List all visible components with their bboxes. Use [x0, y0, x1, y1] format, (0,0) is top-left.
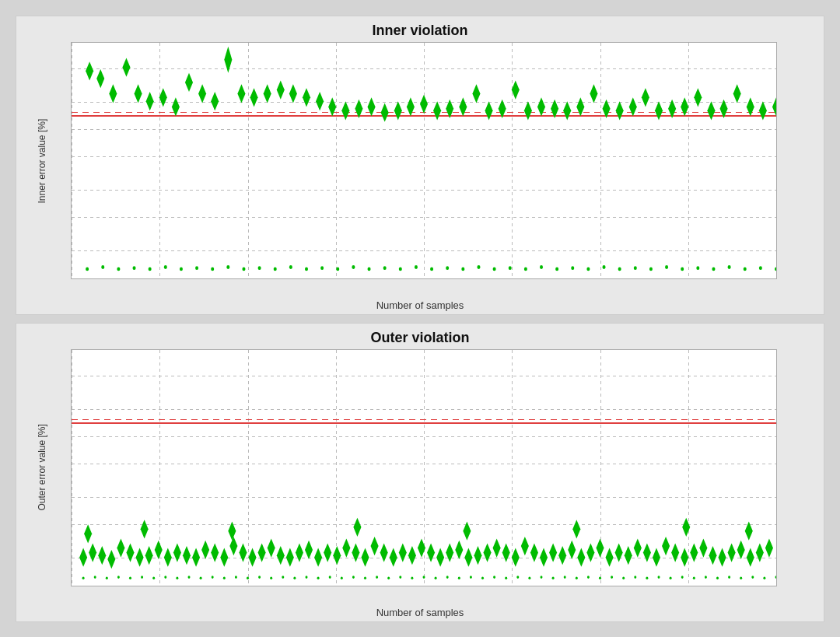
svg-marker-7 [172, 97, 180, 116]
svg-point-194 [235, 576, 237, 579]
svg-point-97 [759, 266, 762, 270]
svg-point-190 [187, 576, 190, 579]
svg-marker-115 [229, 536, 237, 555]
svg-marker-138 [446, 543, 453, 562]
svg-marker-25 [407, 97, 415, 116]
svg-point-195 [247, 576, 249, 579]
svg-point-196 [258, 576, 261, 579]
svg-marker-46 [681, 97, 688, 116]
svg-marker-103 [117, 538, 124, 557]
svg-marker-178 [572, 520, 580, 538]
svg-marker-24 [394, 101, 402, 120]
svg-marker-142 [484, 543, 492, 562]
svg-point-79 [477, 265, 480, 269]
svg-marker-10 [211, 92, 219, 110]
svg-point-240 [775, 576, 777, 579]
svg-marker-122 [296, 543, 303, 562]
svg-point-201 [317, 576, 320, 579]
svg-marker-134 [408, 546, 416, 565]
svg-point-82 [524, 267, 527, 271]
svg-marker-102 [107, 549, 115, 568]
svg-marker-135 [418, 538, 425, 557]
svg-marker-161 [662, 536, 670, 555]
svg-point-197 [270, 576, 272, 579]
svg-marker-49 [720, 99, 728, 117]
svg-point-81 [509, 266, 512, 270]
svg-marker-127 [342, 538, 350, 557]
svg-marker-45 [668, 99, 676, 117]
svg-point-193 [223, 576, 226, 579]
svg-marker-124 [314, 548, 322, 566]
svg-point-229 [646, 576, 648, 579]
svg-marker-16 [289, 84, 297, 103]
svg-marker-125 [324, 543, 331, 562]
svg-marker-21 [355, 99, 362, 117]
svg-marker-141 [474, 546, 481, 565]
svg-point-87 [603, 265, 606, 269]
svg-marker-3 [122, 58, 130, 76]
svg-point-86 [586, 267, 590, 271]
chart1-x-label: Number of samples [376, 299, 464, 311]
svg-marker-33 [512, 80, 520, 99]
svg-marker-27 [433, 101, 441, 120]
svg-point-192 [212, 576, 214, 579]
chart1-data-svg [72, 43, 776, 278]
svg-point-88 [618, 267, 621, 271]
svg-marker-136 [427, 543, 435, 562]
svg-marker-104 [126, 543, 134, 562]
svg-point-61 [195, 266, 198, 270]
svg-marker-171 [756, 543, 764, 562]
svg-marker-32 [499, 99, 506, 117]
svg-point-208 [399, 576, 401, 579]
svg-marker-43 [642, 88, 649, 107]
svg-point-55 [101, 265, 104, 269]
svg-marker-121 [286, 548, 294, 566]
svg-point-214 [470, 576, 472, 579]
chart2-data-svg [72, 350, 776, 586]
svg-point-94 [712, 267, 715, 271]
svg-marker-41 [616, 101, 624, 120]
svg-marker-36 [551, 99, 558, 117]
svg-point-191 [200, 576, 202, 579]
svg-marker-105 [136, 548, 144, 566]
svg-point-209 [411, 576, 413, 579]
svg-marker-156 [615, 543, 623, 562]
svg-point-219 [528, 576, 530, 579]
svg-marker-14 [264, 84, 271, 103]
svg-marker-175 [228, 521, 236, 540]
svg-marker-31 [485, 101, 493, 120]
svg-marker-157 [625, 546, 632, 565]
svg-point-231 [670, 576, 672, 579]
svg-point-239 [763, 576, 765, 579]
svg-marker-13 [250, 88, 258, 107]
svg-point-216 [493, 576, 495, 579]
svg-marker-160 [653, 548, 660, 566]
svg-point-223 [576, 576, 578, 579]
svg-marker-42 [629, 97, 637, 116]
svg-marker-26 [420, 94, 428, 113]
svg-point-215 [481, 576, 484, 579]
svg-marker-111 [192, 548, 200, 566]
svg-point-90 [649, 267, 653, 271]
svg-marker-132 [390, 548, 397, 566]
svg-point-63 [226, 265, 229, 269]
svg-marker-8 [185, 72, 193, 91]
svg-point-236 [728, 576, 730, 579]
svg-marker-140 [464, 548, 472, 566]
svg-point-202 [329, 576, 331, 579]
svg-marker-162 [671, 543, 679, 562]
svg-marker-150 [558, 546, 566, 565]
svg-point-218 [516, 576, 519, 579]
svg-point-77 [446, 266, 449, 270]
svg-point-59 [164, 265, 167, 269]
svg-marker-180 [745, 521, 753, 540]
svg-marker-145 [512, 548, 520, 566]
svg-point-212 [446, 576, 449, 579]
svg-marker-164 [690, 543, 698, 562]
svg-marker-40 [603, 99, 611, 117]
svg-point-189 [176, 576, 178, 579]
svg-marker-158 [634, 538, 642, 557]
svg-point-56 [117, 267, 120, 271]
chart-inner-violation: Inner violation Inner error value [%] [16, 16, 824, 315]
svg-point-204 [352, 576, 355, 579]
